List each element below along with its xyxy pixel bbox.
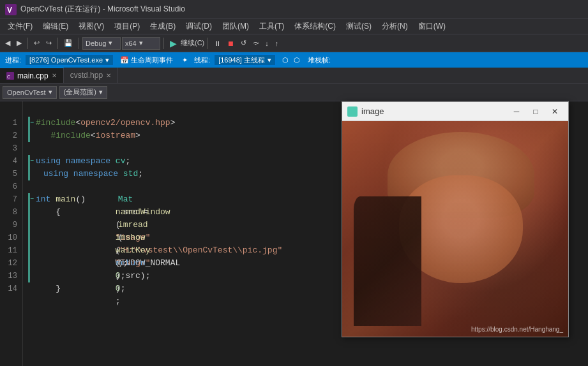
method-dropdown[interactable]: (全局范围) ▾ xyxy=(59,86,107,99)
fold-bar-includes xyxy=(28,117,30,142)
sep5 xyxy=(207,38,208,49)
title-bar: V OpenCvTest (正在运行) - Microsoft Visual S… xyxy=(0,0,588,19)
back-btn[interactable]: ◀ xyxy=(3,38,13,48)
menu-debug[interactable]: 调试(D) xyxy=(181,20,217,33)
menu-window[interactable]: 窗口(W) xyxy=(413,20,451,33)
svg-text:C: C xyxy=(7,75,10,79)
thread-dropdown[interactable]: [16948] 主线程 ▾ xyxy=(214,54,276,66)
save-btn[interactable]: 💾 xyxy=(61,38,75,48)
menu-file[interactable]: 文件(F) xyxy=(3,20,38,33)
debug-bar: 进程: [8276] OpenCvTest.exe ▾ 📅 生命周期事件 ✦ 线… xyxy=(0,52,588,68)
menu-test[interactable]: 测试(S) xyxy=(341,20,377,33)
svg-text:V: V xyxy=(7,6,12,15)
cpp-file-icon: C xyxy=(6,72,14,80)
menu-view[interactable]: 视图(V) xyxy=(73,20,109,33)
app-container: V OpenCvTest (正在运行) - Microsoft Visual S… xyxy=(0,0,588,366)
fwd-btn[interactable]: ▶ xyxy=(14,38,24,48)
menu-edit[interactable]: 编辑(E) xyxy=(38,20,73,33)
vs-logo-icon: V xyxy=(5,4,17,15)
fold-bar-main xyxy=(28,193,30,282)
continue-label: 继续(C) xyxy=(181,38,204,48)
undo-btn[interactable]: ↩ xyxy=(31,38,42,48)
process-dropdown[interactable]: [8276] OpenCvTest.exe ▾ xyxy=(25,54,114,66)
menu-arch[interactable]: 体系结构(C) xyxy=(289,20,341,33)
minimize-btn[interactable]: ─ xyxy=(508,105,525,118)
sep2 xyxy=(57,38,58,49)
stepover-btn[interactable]: ⤼ xyxy=(250,38,261,48)
watermark: https://blog.csdn.net/Hanghang_ xyxy=(471,326,563,333)
toolbar: ◀ ▶ ↩ ↪ 💾 Debug ▾ x64 ▾ ▶ 继续(C) ⏸ ⏹ ↺ ⤼ … xyxy=(0,34,588,52)
line-numbers: 1 2 3 4 5 6 7 8 9 10 11 12 13 14 xyxy=(0,101,23,366)
sep4 xyxy=(163,38,164,49)
tab-close-main-cpp[interactable]: ✕ xyxy=(52,72,57,79)
stepout-btn[interactable]: ↑ xyxy=(273,38,282,48)
platform-dropdown[interactable]: x64 ▾ xyxy=(122,37,160,50)
close-btn[interactable]: ✕ xyxy=(547,105,563,118)
stackframe-label: 堆栈帧: xyxy=(308,55,331,65)
image-window-content: https://blog.csdn.net/Hanghang_ xyxy=(342,121,568,337)
menu-tools[interactable]: 工具(T) xyxy=(254,20,289,33)
menu-build[interactable]: 生成(B) xyxy=(145,20,181,33)
tab-cvstd-hpp[interactable]: cvstd.hpp ✕ xyxy=(64,68,118,83)
redo-btn[interactable]: ↪ xyxy=(43,38,54,48)
tab-main-cpp[interactable]: C main.cpp ✕ xyxy=(0,68,64,83)
sep3 xyxy=(79,38,79,49)
menu-bar: 文件(F) 编辑(E) 视图(V) 项目(P) 生成(B) 调试(D) 团队(M… xyxy=(0,19,588,34)
stepinto-btn[interactable]: ↓ xyxy=(262,38,271,48)
tab-cvstd-hpp-label: cvstd.hpp xyxy=(70,71,103,80)
lena-overlay xyxy=(342,121,568,337)
class-dropdown[interactable]: OpenCvTest ▾ xyxy=(3,86,57,99)
pause-btn[interactable]: ⏸ xyxy=(211,38,223,48)
image-window-titlebar: image ─ □ ✕ xyxy=(342,102,568,121)
menu-team[interactable]: 团队(M) xyxy=(217,20,254,33)
process-label: 进程: xyxy=(5,55,21,65)
tab-close-cvstd[interactable]: ✕ xyxy=(106,72,111,79)
menu-analyze[interactable]: 分析(N) xyxy=(377,20,413,33)
image-window: image ─ □ ✕ https://blog.csdn.net/Hangha… xyxy=(342,101,569,337)
menu-project[interactable]: 项目(P) xyxy=(109,20,145,33)
window-controls: ─ □ ✕ xyxy=(508,105,563,118)
image-window-icon xyxy=(347,106,358,117)
tab-main-cpp-label: main.cpp xyxy=(17,71,49,80)
lena-image: https://blog.csdn.net/Hanghang_ xyxy=(342,121,568,337)
restart-btn[interactable]: ↺ xyxy=(238,38,249,48)
debug-config-dropdown[interactable]: Debug ▾ xyxy=(82,37,121,50)
stop-btn[interactable]: ⏹ xyxy=(225,38,237,48)
image-window-title: image xyxy=(361,106,504,116)
maximize-btn[interactable]: □ xyxy=(527,105,544,118)
tab-bar: C main.cpp ✕ cvstd.hpp ✕ xyxy=(0,68,588,84)
fold-bar-using xyxy=(28,155,30,180)
title-text: OpenCvTest (正在运行) - Microsoft Visual Stu… xyxy=(20,4,185,15)
lifecycle-btn[interactable]: 📅 生命周期事件 xyxy=(117,55,176,65)
editor-area: 1 2 3 4 5 6 7 8 9 10 11 12 13 14 xyxy=(0,101,588,366)
scope-bar: OpenCvTest ▾ (全局范围) ▾ xyxy=(0,84,588,101)
thread-label: 线程: xyxy=(194,55,210,65)
continue-btn[interactable]: ▶ xyxy=(167,37,179,50)
sep1 xyxy=(27,38,28,49)
